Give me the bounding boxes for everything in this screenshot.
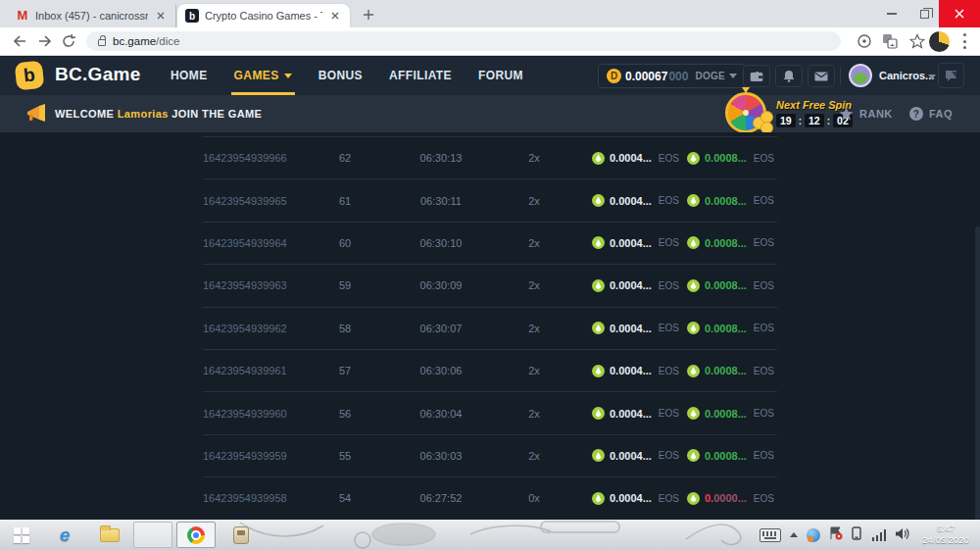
- bet-time: 06:30:07: [394, 323, 488, 334]
- eos-coin-icon: [687, 152, 700, 165]
- browser-profile-avatar[interactable]: [929, 31, 950, 52]
- url-omnibox[interactable]: bc.game/dice: [86, 31, 841, 51]
- table-row[interactable]: 16423954939966 62 06:30:13 2x 0.0004... …: [203, 136, 777, 178]
- tab-bcgame[interactable]: b Crypto Casino Games - The 8 Bes: [177, 4, 350, 27]
- chat-button[interactable]: [938, 63, 964, 88]
- network-signal-icon[interactable]: [872, 529, 887, 541]
- payout-currency: EOS: [754, 366, 774, 376]
- nav-item-forum[interactable]: FORUM: [478, 57, 523, 95]
- eos-coin-icon: [687, 365, 700, 377]
- bet-amount-cell: 0.0004... EOS: [580, 322, 675, 334]
- bet-id: 16423954939965: [203, 195, 296, 207]
- window-minimize-button[interactable]: [874, 0, 909, 27]
- touch-keyboard-icon[interactable]: [760, 528, 781, 542]
- eos-coin-icon: [687, 322, 700, 334]
- close-icon[interactable]: [328, 9, 342, 23]
- refresh-icon[interactable]: [61, 33, 76, 49]
- bet-amount-cell: 0.0004... EOS: [580, 365, 675, 377]
- wallet-button[interactable]: [743, 65, 770, 87]
- browser-tab-strip: M Inbox (457) - canicrossmaxx@gm b Crypt…: [0, 0, 980, 27]
- https-lock-icon[interactable]: [98, 39, 106, 46]
- payout-currency: EOS: [754, 280, 774, 291]
- mobile-device-icon[interactable]: [852, 526, 863, 544]
- rank-button[interactable]: RANK: [839, 95, 893, 132]
- table-row[interactable]: 16423954939964 60 06:30:10 2x 0.0004... …: [203, 222, 777, 264]
- nav-item-bonus[interactable]: BONUS: [318, 57, 363, 95]
- notifications-bell-button[interactable]: [775, 65, 803, 87]
- nav-item-games[interactable]: GAMES: [234, 57, 292, 95]
- action-center-flag-icon[interactable]: [829, 526, 843, 544]
- table-row[interactable]: 16423954939960 56 06:30:04 2x 0.0004... …: [203, 391, 777, 433]
- forward-icon[interactable]: [37, 33, 53, 49]
- start-button[interactable]: [2, 522, 41, 548]
- eos-coin-icon: [592, 407, 605, 420]
- system-tray: [760, 522, 910, 548]
- payout-currency: EOS: [754, 493, 774, 504]
- translate-icon[interactable]: [882, 33, 898, 49]
- show-hidden-icons[interactable]: [790, 532, 798, 537]
- table-row[interactable]: 16423954939961 57 06:30:06 2x 0.0004... …: [203, 349, 777, 391]
- bookmark-star-icon[interactable]: [909, 33, 925, 49]
- app-button[interactable]: [221, 522, 261, 548]
- roll-result: 59: [296, 279, 394, 291]
- question-icon: ?: [909, 107, 923, 121]
- balance-value: 0.00067: [625, 70, 667, 83]
- payout-cell: 0.0008... EOS: [675, 236, 777, 249]
- pinned-app-button[interactable]: [133, 522, 172, 548]
- folder-icon: [100, 528, 120, 542]
- file-explorer-button[interactable]: [90, 522, 129, 548]
- table-row[interactable]: 16423954939958 54 06:27:52 0x 0.0004... …: [203, 476, 777, 519]
- payout-amount: 0.0008...: [705, 152, 747, 164]
- table-row[interactable]: 16423954939962 58 06:30:07 2x 0.0004... …: [203, 307, 777, 349]
- tray-app-icon[interactable]: [807, 528, 820, 542]
- windows-taskbar: e 6:47 24/05/2: [0, 520, 980, 550]
- bet-id: 16423954939961: [203, 365, 296, 376]
- payout-currency: EOS: [754, 408, 774, 419]
- eos-coin-icon: [592, 322, 605, 334]
- clock-date: 24/05/2020: [913, 534, 978, 546]
- table-row[interactable]: 16423954939963 59 06:30:09 2x 0.0004... …: [203, 264, 777, 306]
- payout-currency: EOS: [754, 195, 774, 206]
- ie-icon: e: [60, 525, 71, 546]
- bet-id: 16423954939959: [203, 450, 296, 462]
- new-tab-button[interactable]: [361, 7, 375, 22]
- bcgame-logo-icon[interactable]: b: [15, 61, 45, 91]
- internet-explorer-button[interactable]: e: [45, 522, 84, 548]
- nav-label: GAMES: [234, 57, 279, 95]
- nav-item-home[interactable]: HOME: [171, 57, 208, 95]
- balance-selector[interactable]: D 0.00067 000 DOGE: [598, 64, 746, 88]
- taskbar-clock[interactable]: 6:47 24/05/2020: [913, 523, 978, 546]
- bet-amount-cell: 0.0004... EOS: [580, 194, 675, 207]
- windows-logo-icon: [14, 527, 29, 543]
- chevron-down-icon[interactable]: [928, 75, 936, 79]
- window-restore-button[interactable]: [909, 0, 939, 27]
- window-close-button[interactable]: [939, 0, 980, 27]
- table-row[interactable]: 16423954939959 55 06:30:03 2x 0.0004... …: [203, 434, 777, 476]
- username-label[interactable]: Canicros...: [879, 70, 934, 81]
- nav-item-affiliate[interactable]: AFFILIATE: [389, 57, 452, 95]
- bet-amount-cell: 0.0004... EOS: [580, 407, 675, 420]
- send-to-device-icon[interactable]: [857, 33, 872, 49]
- app-icon: [233, 526, 249, 544]
- payout-cell: 0.0008... EOS: [675, 194, 777, 207]
- eos-coin-icon: [687, 194, 700, 207]
- bet-id: 16423954939966: [203, 152, 296, 164]
- mail-button[interactable]: [808, 65, 835, 87]
- brand-title[interactable]: BC.Game: [55, 64, 141, 85]
- megaphone-icon: [25, 104, 49, 127]
- payout-currency: EOS: [754, 153, 774, 164]
- roll-result: 60: [296, 237, 394, 249]
- desktop-screen: M Inbox (457) - canicrossmaxx@gm b Crypt…: [0, 0, 980, 550]
- user-avatar[interactable]: [849, 64, 872, 87]
- back-icon[interactable]: [12, 33, 27, 49]
- table-row[interactable]: 16423954939965 61 06:30:11 2x 0.0004... …: [203, 178, 777, 221]
- browser-menu-icon[interactable]: [962, 33, 966, 49]
- gmail-icon: M: [16, 9, 29, 23]
- volume-icon[interactable]: [895, 526, 909, 544]
- faq-button[interactable]: ? FAQ: [909, 95, 953, 132]
- chrome-taskbar-button[interactable]: [176, 522, 216, 548]
- browser-address-bar: bc.game/dice: [0, 27, 980, 56]
- scrollbar[interactable]: [975, 226, 980, 520]
- tab-gmail[interactable]: M Inbox (457) - canicrossmaxx@gm: [8, 4, 176, 27]
- close-icon[interactable]: [154, 9, 168, 23]
